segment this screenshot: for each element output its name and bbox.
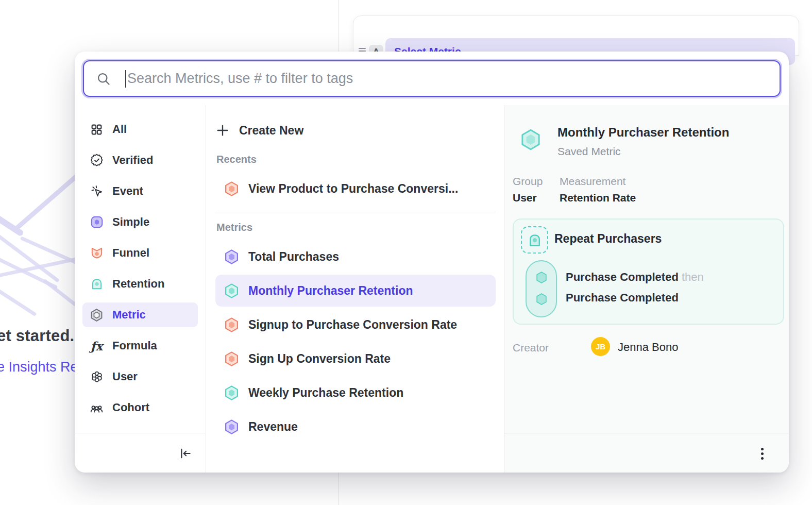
recent-metric-row[interactable]: View Product to Purchase Conversi...	[215, 173, 496, 205]
sidebar-item-all[interactable]: All	[82, 117, 198, 142]
sidebar-item-simple[interactable]: Simple	[82, 210, 198, 234]
sidebar-item-cohort[interactable]: Cohort	[82, 395, 198, 420]
metrics-heading: Metrics	[216, 222, 496, 233]
recent-metric-label: View Product to Purchase Conversi...	[248, 182, 458, 196]
sidebar-item-label: Funnel	[112, 246, 149, 260]
sidebar-item-label: All	[112, 123, 127, 136]
metric-row-signup-to-purchase[interactable]: Signup to Purchase Conversion Rate	[215, 309, 496, 341]
kebab-menu-icon[interactable]	[755, 446, 769, 461]
metric-row-monthly-purchaser-retention[interactable]: Monthly Purchaser Retention	[215, 275, 496, 307]
metric-detail-panel: Monthly Purchaser Retention Saved Metric…	[504, 105, 789, 473]
group-value: User	[513, 192, 537, 204]
decorative-line	[43, 279, 77, 307]
simple-hexagon-icon	[224, 249, 240, 265]
background-heading-fragment: et started.	[0, 327, 74, 345]
create-new-label: Create New	[239, 124, 303, 138]
metric-row-total-purchases[interactable]: Total Purchases	[215, 241, 496, 273]
sidebar-item-verified[interactable]: Verified	[82, 148, 198, 173]
search-input[interactable]	[127, 71, 767, 87]
metric-list-column: Create New Recents View Product to Purch…	[206, 105, 504, 473]
metric-picker-modal: All Verified	[75, 52, 789, 473]
group-label: Group	[513, 175, 543, 188]
metric-row-label: Signup to Purchase Conversion Rate	[248, 318, 457, 332]
definition-name: Repeat Purchasers	[554, 232, 662, 246]
measurement-label: Measurement	[560, 175, 625, 188]
step-hexagon-icon	[534, 292, 548, 308]
text-caret	[125, 70, 126, 88]
metric-row-label: Sign Up Conversion Rate	[248, 352, 391, 366]
search-bar	[81, 59, 782, 98]
sidebar-item-label: Retention	[112, 277, 164, 291]
sidebar-item-label: User	[112, 370, 138, 383]
funnel-hexagon-icon	[224, 351, 240, 367]
screen: et started. e Insights Re A Select Metri…	[0, 0, 812, 505]
metric-row-weekly-purchase-retention[interactable]: Weekly Purchase Retention	[215, 377, 496, 409]
background-insights-link-fragment[interactable]: e Insights Re	[0, 359, 78, 375]
funnel-icon	[90, 246, 104, 260]
sidebar-item-event[interactable]: Event	[82, 179, 198, 204]
step-hexagon-icon	[534, 271, 548, 287]
retention-definition-icon	[521, 226, 548, 254]
sidebar-item-formula[interactable]: ƒx Formula	[82, 333, 198, 358]
funnel-hexagon-icon	[224, 181, 240, 197]
formula-icon: ƒx	[90, 339, 104, 353]
metric-query-card: A Select Metric	[353, 15, 799, 56]
creator-name: Jenna Bono	[618, 341, 678, 354]
recents-heading: Recents	[216, 154, 496, 165]
metric-row-label: Monthly Purchaser Retention	[248, 284, 413, 298]
detail-footer	[504, 433, 789, 473]
retention-icon	[90, 277, 104, 291]
collapse-left-icon[interactable]	[179, 447, 192, 460]
grid-icon	[90, 123, 104, 137]
simple-metric-icon	[90, 215, 104, 229]
cursor-click-icon	[90, 184, 104, 198]
metric-row-revenue[interactable]: Revenue	[215, 411, 496, 443]
metric-hexagon-icon	[90, 308, 104, 322]
search-icon	[96, 72, 111, 86]
creator-avatar: JB	[591, 337, 610, 356]
decorative-line	[0, 287, 37, 317]
sidebar-item-label: Verified	[112, 154, 153, 167]
simple-hexagon-icon	[224, 419, 240, 435]
detail-title: Monthly Purchaser Retention	[557, 125, 729, 140]
funnel-hexagon-icon	[224, 317, 240, 333]
definition-step-1: Purchase Completed then	[566, 271, 704, 284]
step-connector: then	[682, 271, 704, 283]
sidebar-item-label: Formula	[112, 339, 157, 352]
metric-row-label: Total Purchases	[248, 250, 339, 264]
sidebar-item-retention[interactable]: Retention	[82, 272, 198, 296]
list-divider	[215, 212, 496, 212]
sidebar-footer	[75, 433, 206, 473]
retention-hexagon-icon-large	[519, 128, 542, 153]
metric-row-signup-conversion[interactable]: Sign Up Conversion Rate	[215, 343, 496, 375]
detail-subtitle: Saved Metric	[557, 145, 621, 158]
retention-steps-capsule	[526, 260, 557, 317]
sidebar-item-label: Simple	[112, 215, 149, 229]
metric-row-label: Revenue	[248, 420, 298, 434]
sidebar-item-user[interactable]: User	[82, 364, 198, 389]
sidebar-item-label: Cohort	[112, 401, 149, 414]
metric-definition-card: Repeat Purchasers Purchase Complet	[513, 218, 784, 325]
retention-hexagon-icon	[224, 385, 240, 401]
user-cluster-icon	[90, 370, 104, 384]
creator-label: Creator	[513, 342, 549, 354]
measurement-value: Retention Rate	[560, 192, 636, 204]
cohort-icon	[90, 401, 104, 415]
sidebar-item-label: Event	[112, 184, 143, 198]
sidebar-item-funnel[interactable]: Funnel	[82, 241, 198, 265]
sidebar-item-metric[interactable]: Metric	[82, 302, 198, 327]
decorative-line	[13, 169, 84, 232]
metric-row-label: Weekly Purchase Retention	[248, 386, 403, 400]
plus-icon	[215, 123, 230, 138]
definition-step-2: Purchase Completed	[566, 291, 679, 305]
create-new-button[interactable]: Create New	[215, 120, 496, 141]
retention-hexagon-icon	[224, 283, 240, 299]
filter-sidebar: All Verified	[75, 105, 206, 473]
verified-badge-icon	[90, 154, 104, 167]
sidebar-item-label: Metric	[112, 308, 146, 322]
